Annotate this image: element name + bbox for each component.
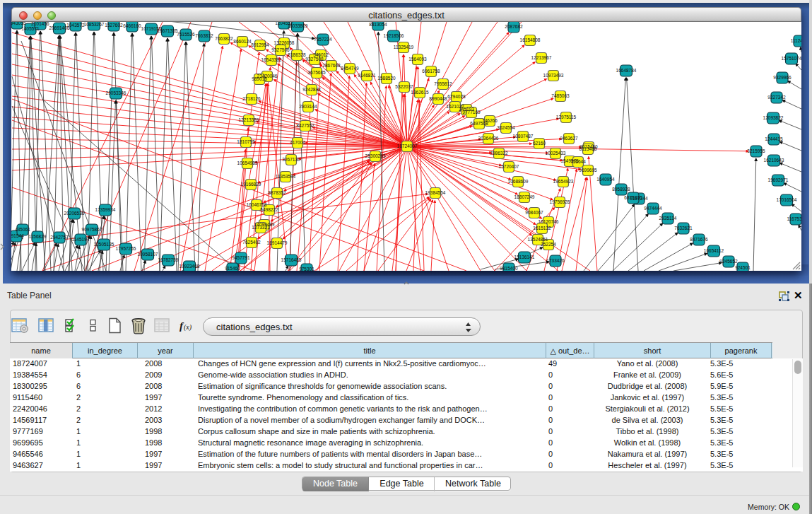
svg-text:989015: 989015 bbox=[252, 76, 267, 81]
svg-text:7357224: 7357224 bbox=[314, 37, 332, 42]
svg-text:1043572: 1043572 bbox=[66, 23, 85, 28]
svg-text:12093822: 12093822 bbox=[763, 115, 784, 120]
svg-text:391544: 391544 bbox=[11, 233, 24, 238]
svg-text:8215955: 8215955 bbox=[747, 148, 765, 153]
svg-text:13226058: 13226058 bbox=[274, 40, 295, 45]
svg-text:18807249: 18807249 bbox=[514, 194, 535, 199]
svg-text:252254: 252254 bbox=[541, 242, 556, 247]
svg-text:924501: 924501 bbox=[735, 265, 751, 270]
svg-text:11325419: 11325419 bbox=[394, 45, 414, 49]
svg-text:9327508: 9327508 bbox=[305, 57, 324, 62]
svg-text:10923468: 10923468 bbox=[180, 264, 200, 269]
svg-text:7515526: 7515526 bbox=[177, 32, 195, 37]
svg-text:6466160: 6466160 bbox=[123, 23, 141, 28]
svg-text:19654923: 19654923 bbox=[553, 179, 574, 184]
svg-text:2087682: 2087682 bbox=[505, 24, 523, 29]
svg-text:1244415: 1244415 bbox=[765, 136, 783, 141]
svg-text:17016504: 17016504 bbox=[777, 197, 797, 202]
svg-text:16210643: 16210643 bbox=[764, 158, 784, 163]
svg-text:9327506: 9327506 bbox=[271, 47, 290, 52]
svg-text:3624554: 3624554 bbox=[497, 125, 515, 130]
svg-text:5498222: 5498222 bbox=[260, 207, 278, 212]
svg-text:9457791: 9457791 bbox=[232, 255, 250, 260]
svg-text:16046758: 16046758 bbox=[247, 202, 267, 207]
svg-text:12213967: 12213967 bbox=[531, 55, 552, 60]
svg-text:8427552: 8427552 bbox=[296, 123, 314, 128]
svg-text:6875310: 6875310 bbox=[624, 195, 642, 200]
svg-text:7986322: 7986322 bbox=[490, 151, 508, 156]
svg-text:9329966: 9329966 bbox=[773, 75, 792, 80]
svg-text:2718126: 2718126 bbox=[242, 96, 261, 101]
svg-text:1943055: 1943055 bbox=[11, 22, 26, 25]
svg-text:19756928: 19756928 bbox=[550, 199, 570, 204]
svg-text:1733426: 1733426 bbox=[546, 258, 565, 263]
svg-text:10958107: 10958107 bbox=[138, 252, 158, 257]
svg-text:16154808: 16154808 bbox=[520, 37, 541, 42]
svg-text:15136141: 15136141 bbox=[514, 255, 535, 259]
svg-text:10654112: 10654112 bbox=[704, 248, 724, 253]
svg-text:(x): (x) bbox=[184, 323, 192, 332]
svg-text:8660124: 8660124 bbox=[233, 39, 252, 44]
svg-text:9242848: 9242848 bbox=[302, 87, 321, 92]
svg-text:62160: 62160 bbox=[533, 141, 546, 146]
svg-text:975301: 975301 bbox=[299, 267, 314, 271]
svg-text:12213389: 12213389 bbox=[239, 117, 259, 122]
svg-text:3267130: 3267130 bbox=[282, 157, 300, 162]
svg-text:8912954: 8912954 bbox=[251, 42, 269, 47]
svg-text:16782759: 16782759 bbox=[158, 257, 179, 262]
svg-text:9474444: 9474444 bbox=[644, 206, 662, 211]
svg-text:8113468: 8113468 bbox=[579, 146, 597, 151]
svg-text:15751074: 15751074 bbox=[782, 56, 801, 61]
svg-text:9815400: 9815400 bbox=[500, 266, 518, 271]
svg-text:8813054: 8813054 bbox=[369, 22, 387, 27]
svg-text:9699695: 9699695 bbox=[579, 168, 597, 173]
svg-text:13524851: 13524851 bbox=[528, 237, 548, 242]
svg-text:18724007: 18724007 bbox=[397, 144, 418, 148]
svg-text:12505135: 12505135 bbox=[94, 242, 114, 247]
svg-text:20206536: 20206536 bbox=[64, 211, 85, 216]
svg-text:8958928: 8958928 bbox=[612, 187, 630, 192]
svg-text:7663822: 7663822 bbox=[215, 36, 233, 41]
svg-text:1112409: 1112409 bbox=[791, 38, 801, 43]
svg-text:16543382: 16543382 bbox=[261, 57, 282, 62]
svg-text:1564093: 1564093 bbox=[408, 57, 427, 62]
svg-text:19692971: 19692971 bbox=[768, 177, 789, 182]
svg-text:1640954: 1640954 bbox=[596, 177, 615, 182]
svg-text:1273321: 1273321 bbox=[252, 225, 270, 230]
svg-text:7955812: 7955812 bbox=[434, 81, 452, 86]
svg-text:1156829: 1156829 bbox=[29, 234, 47, 239]
svg-text:16648784: 16648784 bbox=[616, 68, 637, 73]
svg-text:8186328: 8186328 bbox=[288, 52, 306, 57]
svg-text:2101456: 2101456 bbox=[31, 22, 49, 26]
svg-text:12975115: 12975115 bbox=[556, 115, 577, 119]
svg-text:9227342: 9227342 bbox=[767, 95, 786, 100]
svg-text:417004: 417004 bbox=[290, 140, 305, 145]
svg-text:16033809: 16033809 bbox=[288, 23, 308, 28]
svg-text:9146821: 9146821 bbox=[358, 73, 376, 78]
svg-text:10853267: 10853267 bbox=[84, 22, 105, 27]
svg-text:6961758: 6961758 bbox=[422, 69, 440, 74]
svg-text:1527602: 1527602 bbox=[105, 23, 123, 28]
svg-text:11353594: 11353594 bbox=[276, 174, 296, 179]
svg-text:7625402: 7625402 bbox=[242, 240, 261, 245]
svg-text:5322037: 5322037 bbox=[395, 84, 413, 89]
svg-text:9777169: 9777169 bbox=[462, 110, 481, 115]
svg-text:915460: 915460 bbox=[225, 266, 240, 271]
svg-text:17359934: 17359934 bbox=[95, 207, 116, 212]
svg-text:29053346: 29053346 bbox=[106, 90, 126, 95]
svg-text:3675685: 3675685 bbox=[307, 70, 326, 75]
svg-text:756644: 756644 bbox=[570, 159, 586, 164]
svg-text:1167533: 1167533 bbox=[787, 216, 801, 221]
svg-text:1362615: 1362615 bbox=[411, 90, 429, 95]
svg-text:15716485: 15716485 bbox=[281, 257, 302, 262]
svg-text:19384554: 19384554 bbox=[425, 190, 446, 195]
svg-text:15720407: 15720407 bbox=[499, 164, 519, 169]
svg-text:10688609: 10688609 bbox=[508, 179, 529, 184]
svg-text:435061: 435061 bbox=[15, 227, 30, 232]
svg-text:9463627: 9463627 bbox=[560, 136, 578, 141]
svg-text:8878352: 8878352 bbox=[268, 190, 286, 195]
svg-text:10807487: 10807487 bbox=[513, 134, 534, 139]
svg-text:25300293: 25300293 bbox=[365, 153, 386, 158]
svg-text:7485063: 7485063 bbox=[551, 93, 570, 98]
svg-text:2935114: 2935114 bbox=[659, 216, 677, 221]
